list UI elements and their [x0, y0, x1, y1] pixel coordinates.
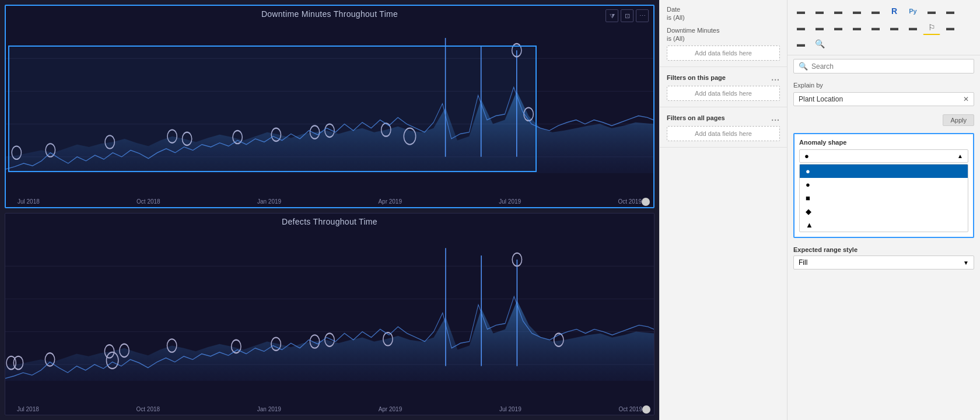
toolbar-icon-3[interactable]: ▬ — [830, 4, 847, 19]
toolbar-icon-b7[interactable]: ▬ — [792, 36, 810, 51]
explain-by-label: Explain by — [793, 82, 974, 89]
filter-date-value: is (All) — [667, 14, 780, 21]
anomaly-symbol-4: ▲ — [806, 220, 813, 229]
x-label-3: Jan 2019 — [257, 198, 281, 205]
bottom-chart-svg — [5, 233, 654, 397]
anomaly-chevron-up-icon: ▲ — [957, 153, 963, 159]
anomaly-current-symbol: ● — [804, 152, 809, 160]
expected-range-chevron-icon: ▼ — [963, 260, 969, 266]
search-icon: 🔍 — [799, 62, 808, 71]
toolbar-icon-b1[interactable]: ▬ — [848, 20, 866, 35]
visual-add-fields-btn[interactable]: Add data fields here — [667, 46, 780, 61]
toolbar-icon-5[interactable]: ▬ — [867, 4, 884, 19]
expand-icon-btn[interactable]: ⊡ — [621, 9, 634, 22]
toolbar-icon-r3[interactable]: ▬ — [942, 4, 959, 19]
apply-button[interactable]: Apply — [943, 114, 974, 126]
anomaly-symbol-1: ● — [806, 180, 810, 189]
bottom-chart-title: Defects Throughout Time — [5, 214, 654, 229]
anomaly-option-1[interactable]: ● — [800, 178, 968, 191]
plant-location-value: Plant Location — [799, 95, 843, 103]
anomaly-option-3[interactable]: ◆ — [800, 205, 968, 218]
chart-area: Downtime Minutes Throughout Time ⧩ ⊡ ⋯ — [0, 0, 659, 420]
visual-filters-section: Date is (All) Downtime Minutes is (All) … — [660, 0, 787, 67]
x-label-5: Jul 2019 — [499, 198, 521, 205]
filters-panel: Date is (All) Downtime Minutes is (All) … — [659, 0, 788, 420]
filter-icon-btn[interactable]: ⧩ — [606, 9, 618, 22]
toolbar-icon-r5[interactable]: ▬ — [811, 20, 828, 35]
toolbar-icon-py[interactable]: Py — [904, 4, 922, 19]
page-filters-header: Filters on this page ... — [667, 73, 780, 82]
expected-range-section: Expected range style Fill ▼ — [788, 242, 980, 272]
top-chart-panel: Downtime Minutes Throughout Time ⧩ ⊡ ⋯ — [5, 5, 654, 208]
bx-label-1: Jul 2018 — [17, 406, 39, 412]
anomaly-symbol-3: ◆ — [806, 207, 811, 216]
toolbar-icon-2[interactable]: ▬ — [811, 4, 828, 19]
bx-label-6: Oct 2019 — [618, 406, 642, 412]
top-chart-scroll-thumb[interactable] — [642, 198, 650, 206]
remove-explain-by-btn[interactable]: ✕ — [963, 95, 969, 103]
bx-label-3: Jan 2019 — [257, 406, 281, 412]
all-pages-filters-dots[interactable]: ... — [771, 113, 780, 123]
search-bar[interactable]: 🔍 — [793, 59, 974, 74]
toolbar-icon-b3[interactable]: ▬ — [886, 20, 903, 35]
expected-range-label: Expected range style — [793, 246, 974, 253]
anomaly-option-4[interactable]: ▲ — [800, 218, 968, 232]
anomaly-shape-label: Anomaly shape — [799, 139, 968, 146]
toolbar-icon-b2[interactable]: ▬ — [867, 20, 884, 35]
bx-label-4: Apr 2019 — [379, 406, 402, 412]
anomaly-symbol-2: ■ — [806, 194, 810, 202]
top-chart-svg — [6, 26, 653, 190]
toolbar-icon-r4[interactable]: ▬ — [792, 20, 810, 35]
filter-downtime-value: is (All) — [667, 35, 780, 42]
all-pages-filters-label: Filters on all pages — [667, 114, 725, 121]
page-filters-dots[interactable]: ... — [771, 73, 780, 82]
explain-by-section: Explain by Plant Location ✕ — [788, 77, 980, 111]
anomaly-option-0[interactable]: ● — [800, 164, 968, 178]
bx-label-2: Oct 2018 — [136, 406, 160, 412]
x-label-4: Apr 2019 — [378, 198, 402, 205]
top-chart-svg-wrapper — [6, 26, 653, 190]
explain-by-field: Plant Location ✕ — [793, 92, 974, 106]
page-add-fields-btn[interactable]: Add data fields here — [667, 86, 780, 101]
x-label-6: Oct 2019 — [618, 198, 642, 205]
toolbar-icon-r6[interactable]: ▬ — [830, 20, 847, 35]
toolbar-icon-r2[interactable]: ▬ — [923, 4, 940, 19]
anomaly-dropdown-header[interactable]: ● ▲ — [799, 149, 968, 163]
bottom-chart-panel: Defects Throughout Time — [5, 213, 654, 415]
top-chart-title: Downtime Minutes Throughout Time — [6, 6, 653, 21]
filter-date-label: Date — [667, 6, 780, 13]
toolbar-icon-b5[interactable]: ⚐ — [923, 20, 940, 35]
toolbar-icon-1[interactable]: ▬ — [792, 4, 810, 19]
page-filters-label: Filters on this page — [667, 74, 726, 81]
anomaly-symbol-0: ● — [806, 167, 810, 176]
filter-downtime-label: Downtime Minutes — [667, 27, 780, 34]
anomaly-shape-section: Anomaly shape ● ▲ ● ● ■ ◆ ▲ — [793, 133, 974, 238]
expected-range-value: Fill — [799, 258, 807, 267]
toolbar-icon-b6[interactable]: ▬ — [942, 20, 959, 35]
all-pages-add-fields-btn[interactable]: Add data fields here — [667, 126, 780, 141]
all-pages-filters-section: Filters on all pages ... Add data fields… — [660, 107, 787, 148]
more-icon-btn[interactable]: ⋯ — [636, 9, 649, 22]
search-input[interactable] — [811, 62, 969, 71]
x-label-1: Jul 2018 — [18, 198, 40, 205]
right-panel: ▬ ▬ ▬ ▬ ▬ R Py ▬ ▬ ▬ ▬ ▬ ▬ ▬ ▬ ▬ ⚐ ▬ ▬ 🔍… — [788, 0, 980, 420]
bottom-chart-x-axis: Jul 2018 Oct 2018 Jan 2019 Apr 2019 Jul … — [17, 406, 642, 412]
anomaly-dropdown-list: ● ● ■ ◆ ▲ — [799, 164, 968, 232]
bx-label-5: Jul 2019 — [499, 406, 522, 412]
x-label-2: Oct 2018 — [136, 198, 160, 205]
toolbar-icon-b8[interactable]: 🔍 — [811, 36, 828, 51]
toolbar-icon-b4[interactable]: ▬ — [904, 20, 922, 35]
top-chart-x-axis: Jul 2018 Oct 2018 Jan 2019 Apr 2019 Jul … — [18, 198, 642, 205]
toolbar-icon-6[interactable]: R — [886, 4, 903, 19]
chart-icons: ⧩ ⊡ ⋯ — [606, 9, 649, 22]
toolbar-icon-4[interactable]: ▬ — [848, 4, 866, 19]
bottom-chart-svg-wrapper — [5, 233, 654, 397]
anomaly-option-2[interactable]: ■ — [800, 191, 968, 205]
page-filters-section: Filters on this page ... Add data fields… — [660, 67, 787, 107]
expected-range-dropdown[interactable]: Fill ▼ — [793, 256, 974, 270]
right-toolbar: ▬ ▬ ▬ ▬ ▬ R Py ▬ ▬ ▬ ▬ ▬ ▬ ▬ ▬ ▬ ⚐ ▬ ▬ 🔍 — [788, 0, 980, 55]
bottom-chart-scroll-thumb[interactable] — [642, 405, 650, 414]
all-pages-filters-header: Filters on all pages ... — [667, 113, 780, 123]
